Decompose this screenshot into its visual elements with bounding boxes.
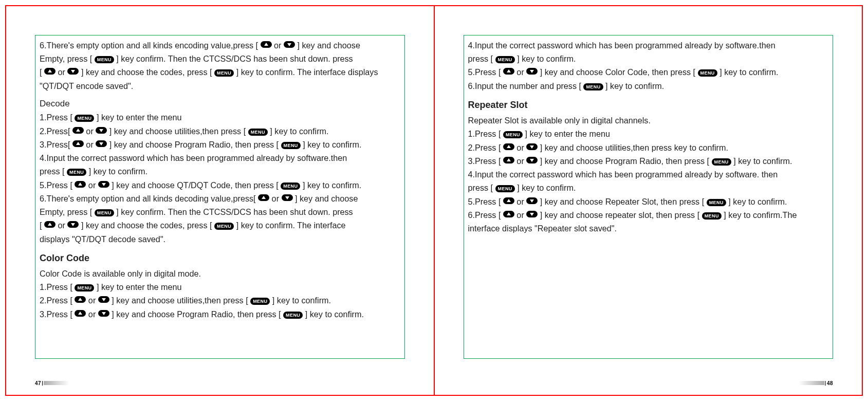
left-page: 6.There's empty option and all kinds enc…: [6, 6, 434, 395]
menu-key-icon: MENU: [495, 185, 515, 192]
menu-key-icon: MENU: [702, 212, 722, 220]
instruction-continuation: interface displays "Repeater slot saved"…: [468, 222, 829, 235]
instruction-continuation: Empty, press [ MENU ] key confirm. Then …: [40, 205, 400, 218]
menu-key-icon: MENU: [214, 69, 234, 77]
up-arrow-key-icon: [261, 41, 272, 48]
down-arrow-key-icon: [98, 181, 109, 188]
instruction-line: 6.There's empty option and all kinds dec…: [40, 192, 400, 205]
instruction-line: 3.Press [ or ] key and choose Program Ra…: [40, 307, 400, 321]
menu-key-icon: MENU: [281, 183, 300, 190]
up-arrow-key-icon: [503, 197, 514, 204]
instruction-continuation: press [ MENU ] key to confirm.: [468, 181, 829, 194]
up-arrow-key-icon: [75, 296, 86, 303]
right-page: 4.Input the correct password which has b…: [435, 6, 862, 395]
up-arrow-key-icon: [503, 157, 514, 163]
menu-key-icon: MENU: [503, 131, 523, 138]
menu-key-icon: MENU: [707, 199, 726, 206]
menu-key-icon: MENU: [95, 56, 114, 63]
down-arrow-key-icon: [96, 140, 107, 147]
up-arrow-key-icon: [44, 221, 56, 228]
instruction-line: 5.Press [ or ] key and choose Repeater S…: [468, 195, 829, 208]
instruction-continuation: [ or ] key and choose the codes, press […: [40, 65, 400, 79]
menu-key-icon: MENU: [248, 129, 268, 136]
gradient-bar: [44, 381, 69, 385]
instruction-line: 2.Press [ or ] key and choose utilities,…: [468, 141, 829, 154]
section-subheading: Decode: [40, 97, 400, 111]
instruction-line: 6.There's empty option and all kinds enc…: [40, 39, 400, 52]
menu-key-icon: MENU: [283, 312, 303, 319]
page-number-sep: |: [42, 380, 43, 386]
up-arrow-key-icon: [503, 143, 514, 150]
menu-key-icon: MENU: [75, 115, 94, 122]
down-arrow-key-icon: [282, 194, 293, 201]
instruction-line: 1.Press [ MENU ] key to enter the menu: [468, 127, 829, 140]
down-arrow-key-icon: [67, 68, 79, 75]
instruction-line: 3.Press [ or ] key and choose Program Ra…: [468, 154, 829, 168]
section-heading: Color Code: [40, 251, 400, 266]
menu-key-icon: MENU: [281, 142, 301, 149]
down-arrow-key-icon: [67, 221, 79, 228]
menu-key-icon: MENU: [75, 284, 94, 291]
left-page-number-bar: 47 |: [35, 380, 69, 386]
left-content-box: 6.There's empty option and all kinds enc…: [35, 35, 405, 359]
instruction-line: 1.Press [ MENU ] key to enter the menu: [40, 111, 400, 124]
instruction-line: 5.Press [ or ] key and choose Color Code…: [468, 65, 829, 79]
menu-key-icon: MENU: [250, 298, 270, 305]
instruction-continuation: [ or ] key and choose the codes, press […: [40, 218, 400, 232]
up-arrow-key-icon: [44, 68, 56, 75]
menu-key-icon: MENU: [698, 69, 717, 77]
menu-key-icon: MENU: [495, 56, 515, 63]
down-arrow-key-icon: [526, 68, 538, 75]
instruction-line: Repeater Slot is available only in digit…: [468, 114, 829, 127]
instruction-line: 5.Press [ or ] key and choose QT/DQT Cod…: [40, 178, 400, 192]
document-spread: 6.There's empty option and all kinds enc…: [5, 5, 863, 396]
right-page-number-bar: | 48: [799, 380, 833, 386]
page-number-left: 47: [35, 380, 41, 386]
up-arrow-key-icon: [258, 194, 269, 201]
menu-key-icon: MENU: [712, 158, 731, 166]
page-number-right: 48: [827, 380, 833, 386]
instruction-continuation: press [ MENU ] key to confirm.: [40, 165, 400, 178]
instruction-continuation: Empty, press [ MENU ] key confirm. Then …: [40, 52, 400, 65]
up-arrow-key-icon: [72, 140, 84, 147]
instruction-line: 4.Input the correct password which has b…: [40, 151, 400, 165]
instruction-continuation: displays "QT/DQT decode saved".: [40, 232, 400, 246]
menu-key-icon: MENU: [95, 209, 114, 216]
instruction-line: 6.Input the number and press [ MENU ] ke…: [468, 79, 829, 93]
down-arrow-key-icon: [98, 310, 109, 317]
instruction-line: 4.Input the correct password which has b…: [468, 39, 829, 52]
menu-key-icon: MENU: [583, 83, 603, 90]
up-arrow-key-icon: [503, 68, 514, 75]
down-arrow-key-icon: [284, 41, 295, 48]
instruction-continuation: press [ MENU ] key to confirm.: [468, 52, 829, 65]
instruction-line: 2.Press[ or ] key and choose utilities,t…: [40, 124, 400, 138]
instruction-line: 6.Press [ or ] key and choose repeater s…: [468, 208, 829, 222]
menu-key-icon: MENU: [214, 223, 234, 230]
down-arrow-key-icon: [96, 127, 107, 134]
instruction-line: 1.Press [ MENU ] key to enter the menu: [40, 280, 400, 294]
instruction-continuation: "QT/DQT encode saved".: [40, 79, 400, 93]
up-arrow-key-icon: [503, 211, 514, 217]
right-content-box: 4.Input the correct password which has b…: [464, 35, 834, 359]
gradient-bar: [799, 381, 824, 385]
up-arrow-key-icon: [75, 181, 86, 188]
instruction-line: Color Code is available only in digital …: [40, 267, 400, 280]
page-number-sep: |: [825, 380, 826, 386]
section-heading: Repeater Slot: [468, 98, 829, 113]
instruction-line: 3.Press[ or ] key and choose Program Rad…: [40, 138, 400, 151]
up-arrow-key-icon: [75, 310, 86, 317]
down-arrow-key-icon: [98, 296, 109, 303]
menu-key-icon: MENU: [67, 169, 86, 176]
down-arrow-key-icon: [526, 197, 538, 204]
down-arrow-key-icon: [526, 157, 538, 163]
up-arrow-key-icon: [72, 127, 84, 134]
instruction-line: 2.Press [ or ] key and choose utilities,…: [40, 294, 400, 307]
down-arrow-key-icon: [526, 143, 538, 150]
down-arrow-key-icon: [526, 211, 538, 217]
instruction-line: 4.Input the correct password which has b…: [468, 168, 829, 181]
